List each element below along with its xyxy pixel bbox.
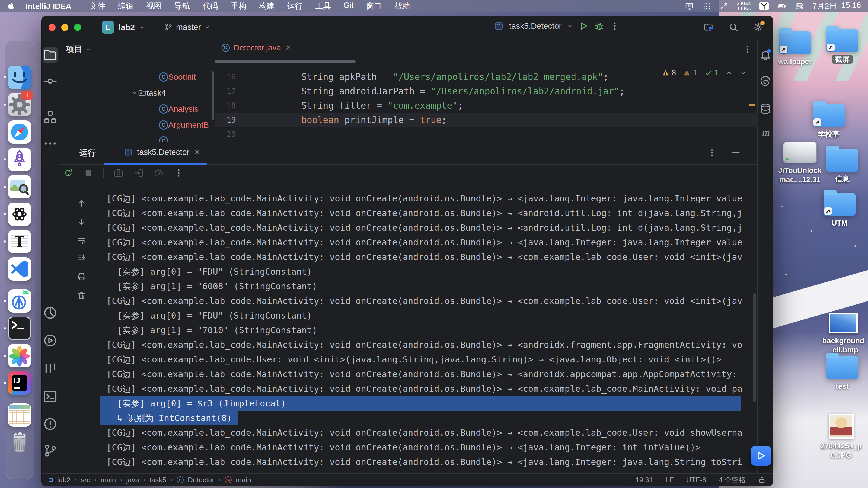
line-number[interactable]: 16 [215,70,236,84]
code-line-19[interactable]: 19boolean printJimple = true; [215,113,757,127]
dock-item-finder[interactable] [8,66,31,89]
floating-assistant-button[interactable] [751,446,771,466]
run-panel-kebab-icon[interactable] [707,148,717,158]
dock-item-safari[interactable] [8,120,31,144]
dock-item-vscode[interactable] [8,257,31,281]
close-icon[interactable] [194,149,201,156]
thread-dump-button[interactable] [113,168,124,178]
stripe-services-icon[interactable] [42,333,58,348]
menu-item[interactable]: 视图 [146,1,162,12]
desktop-icon-学校事[interactable]: 学校事 [806,102,852,139]
print-button[interactable] [77,272,86,281]
menu-item[interactable]: Git [343,1,353,12]
line-number[interactable]: 17 [215,84,236,98]
stripe-problems-icon[interactable] [42,416,58,432]
tree-row-task4[interactable]: task4 [59,85,215,101]
stripe-structure-icon[interactable] [42,109,58,125]
menu-item[interactable]: 代码 [203,1,218,12]
stripe-git-icon[interactable] [42,443,58,458]
tree-row-SootInit[interactable]: CSootInit [59,69,215,85]
lock-icon[interactable] [758,476,766,484]
desktop-icon-JiTouUnlock[interactable]: JiTouUnlockmac....12.31 [777,139,823,184]
run-console[interactable]: [CG边] <com.example.lab_code.MainActivity… [99,191,748,471]
run-button[interactable] [578,21,589,31]
console-more-kebab-icon[interactable] [174,168,184,178]
code-line-17[interactable]: 17String androidJarPath = "/Users/anpoli… [215,84,757,98]
clear-console-button[interactable] [77,291,86,300]
stripe-database-icon[interactable] [760,103,771,115]
screen-mirroring-icon[interactable] [685,2,693,10]
dock-item-photos[interactable] [8,344,31,367]
scroll-to-end-button[interactable] [77,253,86,262]
dock-item-trash[interactable] [8,431,31,454]
project-widget[interactable]: L lab2 [102,21,145,34]
scroll-down-button[interactable] [77,217,86,226]
desktop-icon-截屏[interactable]: 截屏 [819,28,865,64]
menu-bar-clock[interactable]: 7月2日 15:16 [812,1,861,12]
rerun-button[interactable] [63,168,73,178]
code-line-20[interactable]: 20 [215,127,757,141]
more-actions-kebab-icon[interactable] [610,21,620,31]
indent-setting[interactable]: 4 个空格 [718,475,746,485]
desktop-icon-信息[interactable]: 信息 [819,147,865,184]
stripe-profiler-icon[interactable] [42,305,58,321]
menu-item[interactable]: 重构 [230,1,246,12]
desktop-icon-27041254_p[interactable]: 27041254_p0.JPG [818,414,864,460]
battery-icon[interactable] [778,2,786,10]
line-number[interactable]: 20 [215,127,236,141]
file-encoding[interactable]: UTF-8 [686,476,706,484]
menu-item[interactable]: 导航 [174,1,190,12]
dock-item-texifier[interactable]: T [8,230,31,253]
code-line-16[interactable]: 16String apkPath = "/Users/anpoliros/lab… [215,70,757,84]
stop-button[interactable] [83,168,94,178]
menu-item[interactable]: 工具 [315,1,331,12]
editor-horizontal-scrollbar[interactable] [215,61,355,63]
app-menu-title[interactable]: IntelliJ IDEA [26,2,71,11]
tree-row-ArgumentB[interactable]: CArgumentB [59,117,215,133]
run-panel-title[interactable]: 运行 [80,148,96,159]
debug-button[interactable] [594,21,604,31]
exit-button[interactable] [133,168,144,178]
run-config-icon[interactable] [494,21,504,31]
line-number[interactable]: 18 [215,98,236,113]
ide-title-bar[interactable]: L lab2 master task5.Detector [41,16,773,39]
close-icon[interactable] [285,44,292,51]
close-window-button[interactable] [49,24,56,31]
zoom-window-button[interactable] [74,24,81,31]
menu-item[interactable]: 帮助 [394,1,410,12]
search-everywhere-icon[interactable] [728,22,739,32]
menu-item[interactable]: 运行 [287,1,303,12]
tree-row-partial[interactable]: C [59,133,215,141]
profile-button[interactable] [154,168,164,178]
project-scrollbar[interactable] [212,71,214,120]
dock-item-preview[interactable] [8,175,31,198]
code-area[interactable]: 8 1 1 16String apkPath = "/Users/anpolir… [215,63,757,141]
project-view-icon[interactable] [703,22,714,32]
editor-tab[interactable]: C Detector.java [222,43,292,52]
expand-arrows-icon[interactable] [720,2,728,10]
stripe-project-icon[interactable] [42,47,58,63]
line-number[interactable]: 19 [215,113,236,127]
run-config-name[interactable]: task5.Detector [509,22,561,31]
breadcrumb-segment[interactable]: main [236,476,251,484]
breadcrumb-segment[interactable]: main [101,476,116,484]
desktop-icon-background[interactable]: background_cli.bmp [820,309,866,355]
stripe-build-icon[interactable] [42,361,58,376]
stripe-terminal-icon[interactable] [42,389,58,404]
dock-item-rocket[interactable] [8,148,31,171]
code-line-18[interactable]: 18String filter = "com.example"; [215,98,757,113]
network-speed[interactable]: 2 KB/s 1 KB/s [737,1,750,12]
breadcrumb-segment[interactable]: java [126,476,139,484]
grid-dots-icon[interactable] [702,2,711,10]
dock-item-android-studio[interactable] [8,289,31,313]
scroll-up-button[interactable] [77,199,86,208]
soft-wrap-button[interactable] [77,236,86,246]
git-branch-widget[interactable]: master [164,23,210,32]
stripe-commit-icon[interactable] [42,73,58,89]
dock-item-settings[interactable]: 1 [8,93,31,116]
apple-menu-icon[interactable] [7,2,15,10]
stripe-ai-assistant-icon[interactable] [760,75,771,87]
settings-gear-icon[interactable] [753,22,764,32]
input-method-icon[interactable] [759,2,769,10]
console-scrollbar[interactable] [753,293,756,402]
